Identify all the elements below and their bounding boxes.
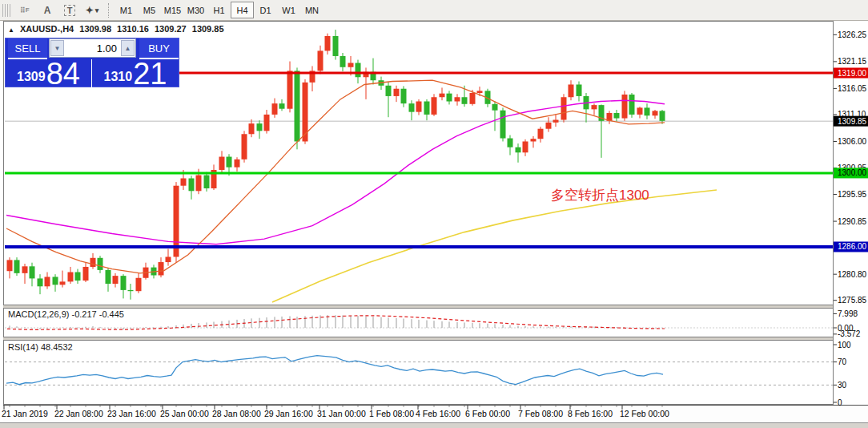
tab-timeframe-w1[interactable]: W1 <box>277 2 300 18</box>
tab-timeframe-h4[interactable]: H4 <box>231 2 254 18</box>
ask-price-small: 1310 <box>104 71 133 83</box>
volume-stepper: ▼ 1.00 ▲ <box>49 38 136 58</box>
symbol-label: XAUUSD-,H4 <box>20 24 74 34</box>
chevron-down-icon: ▾ <box>95 6 99 14</box>
macd-panel[interactable] <box>3 308 834 337</box>
tab-timeframe-m1[interactable]: M1 <box>115 2 138 18</box>
bid-price[interactable]: 1309 84 <box>6 59 92 88</box>
price-axis <box>833 21 868 405</box>
chart-header: ▲ XAUUSD-,H4 1309.98 1310.16 1309.27 130… <box>8 24 227 34</box>
toolbar-grip-icon <box>2 4 10 17</box>
tab-timeframe-mn[interactable]: MN <box>300 2 323 18</box>
crosshair-grid-button[interactable]: ⠿F <box>14 2 36 18</box>
ohlc-high: 1310.16 <box>117 24 149 34</box>
tab-timeframe-m5[interactable]: M5 <box>138 2 161 18</box>
bid-price-small: 1309 <box>17 71 46 83</box>
window-bottom-edge <box>0 422 868 428</box>
volume-value[interactable]: 1.00 <box>65 42 120 55</box>
text-icon: T <box>64 5 76 16</box>
tab-timeframe-m30[interactable]: M30 <box>184 2 207 18</box>
ohlc-low: 1309.27 <box>155 24 187 34</box>
ask-price[interactable]: 1310 21 <box>92 59 179 88</box>
sell-button[interactable]: SELL <box>8 38 47 59</box>
indicators-button[interactable]: ✦▾ <box>81 2 103 18</box>
time-axis <box>3 405 868 423</box>
rsi-panel[interactable] <box>3 340 834 405</box>
mt4-window: ⠿F A T ✦▾ M1 M5 M15 M30 H1 H4 D1 W1 MN ▲… <box>0 0 868 428</box>
volume-increase-button[interactable]: ▲ <box>121 40 135 56</box>
toolbar-separator <box>108 3 110 18</box>
ohlc-close: 1309.85 <box>192 24 224 34</box>
toolbar: ⠿F A T ✦▾ M1 M5 M15 M30 H1 H4 D1 W1 MN <box>0 0 868 21</box>
rsi-label: RSI(14) 48.4532 <box>8 342 73 352</box>
quote-prices: 1309 84 1310 21 <box>6 59 179 88</box>
one-click-trading-panel: SELL ▼ 1.00 ▲ BUY 1309 84 1310 21 <box>5 38 179 87</box>
tab-timeframe-h1[interactable]: H1 <box>207 2 231 18</box>
tab-timeframe-m15[interactable]: M15 <box>161 2 184 18</box>
collapse-arrow-icon[interactable]: ▲ <box>8 26 14 34</box>
ask-price-big: 21 <box>133 62 167 87</box>
bid-price-big: 84 <box>46 62 80 87</box>
volume-decrease-button[interactable]: ▼ <box>50 40 64 56</box>
ohlc-open: 1309.98 <box>79 24 111 34</box>
macd-label: MACD(12,26,9) -0.217 -0.445 <box>8 309 124 319</box>
cursor-arrow-button[interactable]: A <box>36 2 58 18</box>
tab-timeframe-d1[interactable]: D1 <box>254 2 277 18</box>
text-label-button[interactable]: T <box>58 2 81 18</box>
